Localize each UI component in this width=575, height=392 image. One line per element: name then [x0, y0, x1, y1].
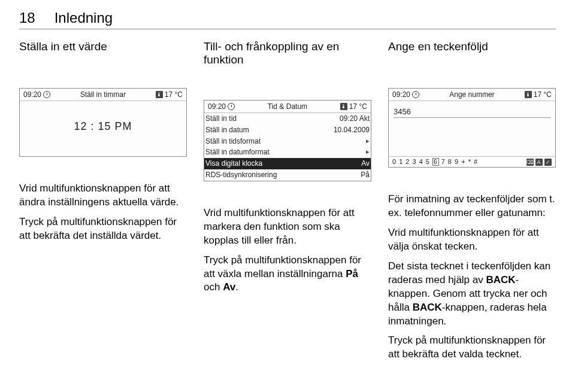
number-input: 3456 — [394, 107, 550, 118]
display-1: 09:20 Ställ in timmar 🌡 17 °C 12 : 15 PM — [19, 88, 187, 157]
column-1: Ställa in ett värde 09:20 Ställ in timma… — [19, 40, 187, 367]
lcd2-temp: 17 °C — [349, 102, 367, 111]
char-row: 0 1 2 3 4 5 6 7 8 9 + * # — [392, 158, 478, 166]
para: Tryck på multifunktionsknappen för att v… — [204, 254, 371, 295]
para: Tryck på multifunktionsknappen för att b… — [388, 334, 556, 361]
para: Vrid multifunktionsknappen för att välja… — [388, 226, 556, 254]
big-time-value: 12 : 15 PM — [23, 104, 183, 133]
subhead-1: Ställa in ett värde — [19, 40, 187, 54]
para: Det sista tecknet i teckenföljden kan ra… — [388, 260, 556, 329]
lcd2-title: Tid & Datum — [235, 102, 340, 111]
menu-row: Ställ in datum 10.04.2009 — [204, 124, 371, 136]
menu-row: Ställ in tid 09:20 Akt — [204, 113, 371, 124]
body-text-2: Vrid multifunktionsknappen för att marke… — [204, 206, 371, 295]
body-text-1: Vrid multifunktionsknappen för att ändra… — [19, 182, 187, 243]
footer-icons: ⌫ A ✓ — [526, 159, 552, 166]
lcd3-temp: 17 °C — [534, 90, 552, 99]
para: Tryck på multifunktionsknappen för att b… — [19, 215, 187, 243]
lcd3-time: 09:20 — [392, 90, 410, 99]
abc-icon: A — [535, 159, 543, 166]
delete-icon: ⌫ — [526, 159, 534, 166]
para: För inmatning av teckenföljder som t. ex… — [388, 193, 556, 220]
char-selected: 6 — [432, 158, 439, 166]
subhead-3: Ange en teckenföljd — [388, 40, 556, 54]
lcd1-title: Ställ in timmar — [50, 90, 156, 99]
clock-icon — [43, 91, 50, 98]
menu-row-selected: Visa digital klocka Av — [204, 158, 371, 169]
clock-icon — [412, 91, 419, 98]
chevron-right-icon: ▸ — [366, 147, 370, 157]
display-3: 09:20 Ange nummer 🌡 17 °C 3456 0 1 2 3 4… — [388, 88, 556, 168]
subhead-2: Till- och frånkoppling av en funktion — [204, 40, 371, 66]
lcd3-title: Ange nummer — [419, 90, 525, 99]
lcd1-temp: 17 °C — [165, 90, 183, 99]
page-title: Inledning — [55, 11, 113, 25]
ok-icon: ✓ — [544, 159, 552, 166]
column-3: Ange en teckenföljd 09:20 Ange nummer 🌡 … — [388, 40, 556, 367]
para: Vrid multifunktionsknappen för att marke… — [204, 206, 371, 248]
page-header: 18 Inledning — [19, 11, 556, 29]
menu-row: Ställ in datumformat ▸ — [204, 147, 371, 158]
para: Vrid multifunktionsknappen för att ändra… — [19, 182, 187, 209]
body-text-3: För inmatning av teckenföljder som t. ex… — [388, 193, 556, 361]
clock-icon — [228, 103, 235, 110]
temp-icon: 🌡 — [525, 91, 532, 98]
column-2: Till- och frånkoppling av en funktion 09… — [204, 40, 371, 367]
temp-icon: 🌡 — [156, 91, 163, 98]
temp-icon: 🌡 — [340, 103, 347, 110]
lcd2-time: 09:20 — [208, 102, 226, 111]
chevron-right-icon: ▸ — [366, 136, 370, 147]
lcd1-time: 09:20 — [23, 90, 41, 99]
menu-row: RDS-tidsynkronisering På — [204, 169, 371, 181]
display-2: 09:20 Tid & Datum 🌡 17 °C Ställ in tid 0… — [204, 100, 371, 181]
menu-row: Ställ in tidsformat ▸ — [204, 136, 371, 147]
columns: Ställa in ett värde 09:20 Ställ in timma… — [19, 40, 556, 367]
page-number: 18 — [19, 11, 35, 25]
